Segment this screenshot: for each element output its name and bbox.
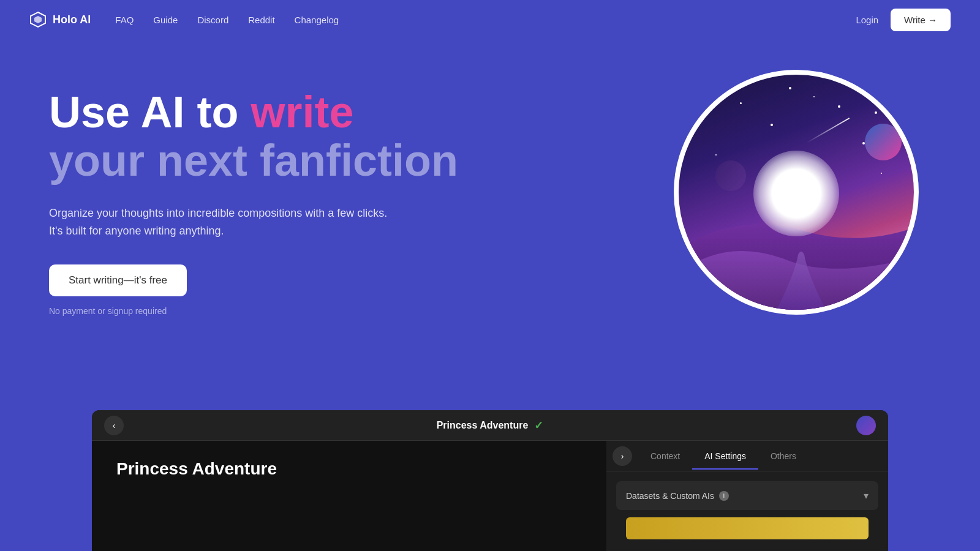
login-button[interactable]: Login: [856, 15, 878, 25]
story-title: Princess Adventure: [116, 459, 582, 479]
logo-text: Holo AI: [53, 13, 91, 26]
hero-left: Use AI to write your next fanfiction Org…: [49, 76, 458, 316]
star-9: [715, 154, 717, 156]
star-5: [875, 111, 877, 114]
right-tabs: › Context AI Settings Others: [606, 441, 888, 471]
main-nav: FAQ Guide Discord Reddit Changelog: [115, 15, 339, 25]
star-2: [789, 87, 791, 89]
moon-glow: [753, 151, 839, 236]
hero-desc-line1: Organize your thoughts into incredible c…: [49, 207, 387, 219]
app-left-panel: Princess Adventure: [92, 441, 606, 551]
star-11: [881, 173, 882, 174]
star-7: [740, 102, 742, 104]
planet-right: [865, 124, 902, 160]
chevron-down-icon[interactable]: ▾: [864, 490, 869, 501]
app-content: Princess Adventure › Context AI Settings…: [92, 441, 888, 551]
nav-reddit[interactable]: Reddit: [248, 15, 274, 25]
app-preview: ‹ Princess Adventure ✓ Princess Adventur…: [92, 410, 888, 551]
hero-illustration: [674, 70, 931, 327]
shooting-star: [807, 118, 850, 143]
hero-title-subtitle: your next fanfiction: [49, 137, 458, 185]
logo-icon: [29, 11, 47, 28]
hero-title: Use AI to write your next fanfiction: [49, 88, 458, 185]
yellow-bar: [626, 517, 869, 539]
info-icon: i: [719, 491, 729, 501]
hero-title-highlight: write: [251, 88, 353, 137]
avatar: [856, 416, 876, 435]
write-button[interactable]: Write →: [891, 9, 951, 31]
nav-guide[interactable]: Guide: [153, 15, 178, 25]
tab-others[interactable]: Others: [758, 443, 809, 470]
app-project-title: Princess Adventure: [437, 420, 529, 431]
back-button[interactable]: ‹: [104, 416, 124, 435]
star-4: [771, 124, 773, 126]
tab-context[interactable]: Context: [638, 443, 692, 470]
hero-description: Organize your thoughts into incredible c…: [49, 204, 458, 240]
nav-faq[interactable]: FAQ: [115, 15, 134, 25]
star-1: [728, 93, 730, 96]
header-right: Login Write →: [856, 9, 951, 31]
hero-title-part1: Use AI to write: [49, 88, 353, 137]
nav-changelog[interactable]: Changelog: [295, 15, 339, 25]
right-body: Datasets & Custom AIs i ▾: [606, 471, 888, 549]
check-icon: ✓: [534, 419, 543, 432]
start-writing-button[interactable]: Start writing—it's free: [49, 264, 187, 296]
dataset-label: Datasets & Custom AIs i: [626, 491, 729, 501]
dataset-row: Datasets & Custom AIs i ▾: [616, 481, 878, 510]
tab-ai-settings[interactable]: AI Settings: [692, 443, 758, 470]
app-titlebar: ‹ Princess Adventure ✓: [92, 410, 888, 441]
nav-discord[interactable]: Discord: [197, 15, 228, 25]
dataset-text: Datasets & Custom AIs: [626, 491, 714, 501]
app-right-panel: › Context AI Settings Others Datasets & …: [606, 441, 888, 551]
star-8: [813, 96, 815, 97]
illustration-circle: [674, 70, 919, 315]
no-payment-text: No payment or signup required: [49, 306, 458, 316]
header: Holo AI FAQ Guide Discord Reddit Changel…: [0, 0, 980, 39]
tabs-arrow[interactable]: ›: [612, 446, 632, 466]
header-left: Holo AI FAQ Guide Discord Reddit Changel…: [29, 11, 339, 28]
hero-section: Use AI to write your next fanfiction Org…: [0, 39, 980, 351]
logo[interactable]: Holo AI: [29, 11, 91, 28]
star-3: [838, 105, 840, 108]
app-title-center: Princess Adventure ✓: [437, 419, 544, 432]
hero-desc-line2: It's built for anyone writing anything.: [49, 225, 224, 237]
planet-left: [715, 160, 746, 191]
